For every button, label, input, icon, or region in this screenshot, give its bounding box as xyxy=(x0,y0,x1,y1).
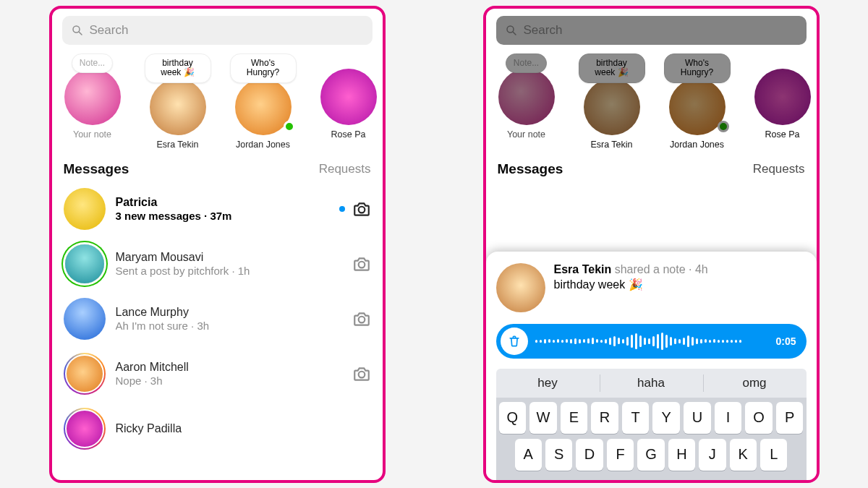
online-indicator-icon xyxy=(284,121,295,132)
key-t[interactable]: T xyxy=(622,402,650,434)
search-icon xyxy=(505,24,518,37)
suggestion[interactable]: omg xyxy=(703,369,807,398)
note-name: Rose Pa xyxy=(331,129,366,140)
suggestion[interactable]: haha xyxy=(600,369,703,398)
keyboard-suggestions: hey haha omg xyxy=(496,369,807,398)
avatar xyxy=(65,244,104,283)
note-bubble: birthday week 🎉 xyxy=(145,53,211,84)
key-f[interactable]: F xyxy=(607,439,634,471)
voice-message[interactable]: 0:05 xyxy=(496,324,807,359)
note-avatar xyxy=(320,69,377,125)
key-l[interactable]: L xyxy=(760,439,787,471)
avatar xyxy=(64,298,106,340)
key-k[interactable]: K xyxy=(730,439,757,471)
thread-name: Maryam Mousavi xyxy=(116,251,342,264)
messages-section-header: Messages Requests xyxy=(52,155,383,181)
key-e[interactable]: E xyxy=(561,402,588,434)
phone-messages-list: Search Note... Your note birthday week 🎉… xyxy=(49,6,386,483)
key-w[interactable]: W xyxy=(529,402,557,434)
key-i[interactable]: I xyxy=(715,402,742,434)
search-input[interactable]: Search xyxy=(62,16,373,45)
thread-name: Lance Murphy xyxy=(116,306,342,319)
phone-note-reply: Search Note...Your note birthday week 🎉E… xyxy=(483,6,820,483)
note-item[interactable]: . Rose Pa xyxy=(315,53,382,150)
trash-icon xyxy=(507,334,522,348)
key-a[interactable]: A xyxy=(515,439,542,471)
camera-icon[interactable] xyxy=(352,309,371,328)
note-avatar xyxy=(150,79,206,135)
thread-row[interactable]: Lance Murphy Ah I'm not sure · 3h xyxy=(52,291,383,346)
key-h[interactable]: H xyxy=(668,439,695,471)
key-r[interactable]: R xyxy=(591,402,618,434)
key-s[interactable]: S xyxy=(545,439,572,471)
key-o[interactable]: O xyxy=(745,402,773,434)
thread-row[interactable]: Ricky Padilla xyxy=(52,401,383,456)
thread-name: Patricia xyxy=(116,196,329,209)
camera-icon[interactable] xyxy=(352,364,371,383)
thread-name: Aaron Mitchell xyxy=(116,361,342,374)
keyboard: QWERTYUIOP ASDFGHJKL xyxy=(496,398,807,480)
your-avatar xyxy=(64,69,121,125)
avatar xyxy=(64,188,106,230)
note-reply-sheet: Esra Tekin shared a note · 4h birthday w… xyxy=(486,252,817,480)
key-j[interactable]: J xyxy=(699,439,726,471)
key-d[interactable]: D xyxy=(576,439,603,471)
your-note-label: Your note xyxy=(73,129,111,140)
camera-icon[interactable] xyxy=(352,254,371,273)
camera-icon[interactable] xyxy=(352,200,371,218)
thread-row[interactable]: Patricia 3 new messages · 37m xyxy=(52,181,383,236)
note-item[interactable]: Who's Hungry? Jordan Jones xyxy=(230,53,297,150)
note-bubble: Who's Hungry? xyxy=(230,53,297,84)
thread-preview: Nope · 3h xyxy=(116,374,342,387)
messages-title: Messages xyxy=(64,161,129,177)
search-icon xyxy=(71,24,84,37)
waveform-icon xyxy=(535,332,769,351)
story-ring-icon xyxy=(64,353,106,395)
avatar xyxy=(496,263,545,312)
note-header: Esra Tekin shared a note · 4h birthday w… xyxy=(496,263,807,312)
note-name: Esra Tekin xyxy=(156,140,198,150)
unread-dot-icon xyxy=(339,206,345,212)
key-y[interactable]: Y xyxy=(652,402,680,434)
notes-row: Note... Your note birthday week 🎉 Esra T… xyxy=(52,51,383,156)
suggestion[interactable]: hey xyxy=(496,369,600,398)
story-ring-icon xyxy=(64,408,106,450)
thread-name: Ricky Padilla xyxy=(116,422,371,435)
thread-row[interactable]: Aaron Mitchell Nope · 3h xyxy=(52,346,383,401)
thread-preview: Sent a post by pitchfork · 1h xyxy=(116,265,342,277)
key-p[interactable]: P xyxy=(776,402,804,434)
thread-row[interactable]: Maryam Mousavi Sent a post by pitchfork … xyxy=(52,236,383,291)
thread-preview: Ah I'm not sure · 3h xyxy=(116,320,342,332)
key-u[interactable]: U xyxy=(684,402,711,434)
note-item[interactable]: birthday week 🎉 Esra Tekin xyxy=(145,53,211,150)
search-input: Search xyxy=(496,16,807,45)
voice-duration: 0:05 xyxy=(775,335,796,347)
note-author-line: Esra Tekin shared a note · 4h xyxy=(554,263,708,276)
note-author: Esra Tekin xyxy=(554,263,612,275)
note-name: Jordan Jones xyxy=(236,140,290,150)
your-note[interactable]: Note... Your note xyxy=(59,53,126,150)
thread-preview: 3 new messages · 37m xyxy=(116,210,329,222)
note-body: birthday week 🎉 xyxy=(554,278,708,291)
requests-link[interactable]: Requests xyxy=(319,162,371,176)
note-avatar xyxy=(235,79,292,135)
key-g[interactable]: G xyxy=(637,439,664,471)
key-q[interactable]: Q xyxy=(499,402,527,434)
search-placeholder: Search xyxy=(90,23,129,38)
your-note-bubble: Note... xyxy=(72,53,113,74)
delete-voice-button[interactable] xyxy=(501,328,528,355)
